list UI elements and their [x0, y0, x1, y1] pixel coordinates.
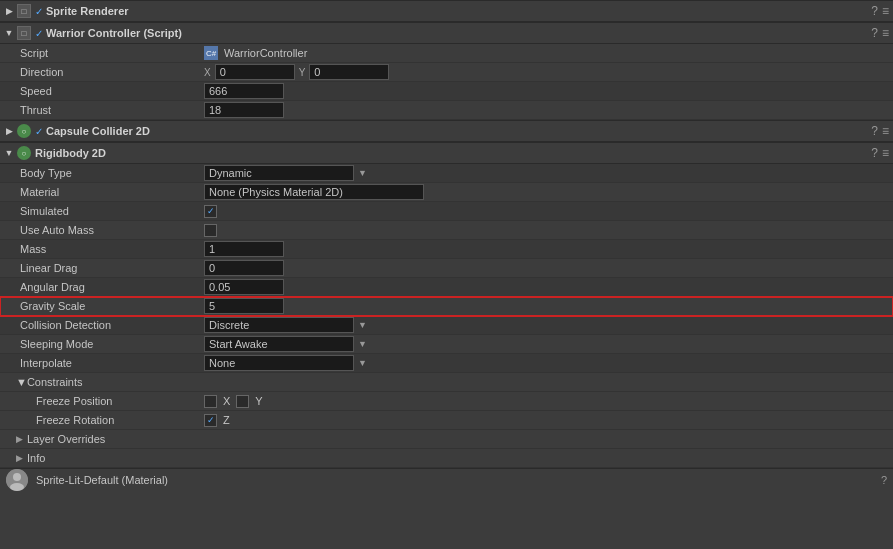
- warrior-arrow: ▼: [4, 28, 14, 38]
- sleeping-mode-row: Sleeping Mode Start Awake ▼: [0, 335, 893, 354]
- freeze-rot-z-checkbox[interactable]: ✓: [204, 414, 217, 427]
- help-icon-rb[interactable]: ?: [871, 146, 878, 160]
- sprite-renderer-check[interactable]: ✓: [35, 6, 43, 17]
- body-type-select[interactable]: Dynamic: [204, 165, 354, 181]
- use-auto-mass-checkbox[interactable]: [204, 224, 217, 237]
- linear-drag-value: 0: [200, 259, 893, 277]
- capsule-collider-header[interactable]: ▶ ○ ✓ Capsule Collider 2D ? ≡: [0, 120, 893, 142]
- freeze-rotation-row: Freeze Rotation ✓ Z: [0, 411, 893, 430]
- info-row[interactable]: ▶ Info: [0, 449, 893, 468]
- warrior-icon: □: [17, 26, 31, 40]
- material-input[interactable]: None (Physics Material 2D): [204, 184, 424, 200]
- direction-value: X 0 Y 0: [200, 63, 893, 81]
- freeze-pos-y-checkbox[interactable]: [236, 395, 249, 408]
- direction-row: Direction X 0 Y 0: [0, 63, 893, 82]
- sleeping-mode-value: Start Awake ▼: [200, 335, 893, 353]
- angular-drag-input[interactable]: 0.05: [204, 279, 284, 295]
- direction-y[interactable]: 0: [309, 64, 389, 80]
- collision-detection-value: Discrete ▼: [200, 316, 893, 334]
- script-file-icon: C#: [204, 46, 218, 60]
- mass-input[interactable]: 1: [204, 241, 284, 257]
- sprite-renderer-header[interactable]: ▶ □ ✓ Sprite Renderer ? ≡: [0, 0, 893, 22]
- mass-label: Mass: [0, 243, 200, 255]
- svg-point-1: [13, 473, 21, 481]
- speed-input[interactable]: 666: [204, 83, 284, 99]
- material-value: None (Physics Material 2D): [200, 183, 893, 201]
- info-label: Info: [27, 452, 45, 464]
- help-icon-warrior[interactable]: ?: [871, 26, 878, 40]
- mass-value: 1: [200, 240, 893, 258]
- collision-detection-row: Collision Detection Discrete ▼: [0, 316, 893, 335]
- rigidbody-header[interactable]: ▼ ○ Rigidbody 2D ? ≡: [0, 142, 893, 164]
- bottom-bar: Sprite-Lit-Default (Material) ?: [0, 468, 893, 491]
- collision-detection-select[interactable]: Discrete: [204, 317, 354, 333]
- gravity-scale-input[interactable]: 5: [204, 298, 284, 314]
- mass-row: Mass 1: [0, 240, 893, 259]
- freeze-rot-z-label: Z: [223, 414, 230, 426]
- simulated-row: Simulated ✓: [0, 202, 893, 221]
- freeze-rotation-label: Freeze Rotation: [0, 414, 200, 426]
- menu-icon-warrior[interactable]: ≡: [882, 26, 889, 40]
- body-type-label: Body Type: [0, 167, 200, 179]
- layer-overrides-label: Layer Overrides: [27, 433, 105, 445]
- material-label: Material: [0, 186, 200, 198]
- linear-drag-label: Linear Drag: [0, 262, 200, 274]
- avatar-icon: [6, 469, 28, 491]
- help-icon-capsule[interactable]: ?: [871, 124, 878, 138]
- menu-icon[interactable]: ≡: [882, 4, 889, 18]
- bottom-help-icon[interactable]: ?: [881, 474, 887, 486]
- angular-drag-label: Angular Drag: [0, 281, 200, 293]
- x-label: X: [204, 67, 211, 78]
- collision-detection-label: Collision Detection: [0, 319, 200, 331]
- thrust-row: Thrust 18: [0, 101, 893, 120]
- sleeping-mode-select[interactable]: Start Awake: [204, 336, 354, 352]
- menu-icon-rb[interactable]: ≡: [882, 146, 889, 160]
- interpolate-select[interactable]: None: [204, 355, 354, 371]
- help-icon[interactable]: ?: [871, 4, 878, 18]
- material-name: Sprite-Lit-Default (Material): [36, 474, 168, 486]
- thrust-input[interactable]: 18: [204, 102, 284, 118]
- thrust-label: Thrust: [0, 104, 200, 116]
- constraints-arrow: ▼: [16, 376, 27, 388]
- simulated-value: ✓: [200, 204, 893, 219]
- freeze-pos-x-checkbox[interactable]: [204, 395, 217, 408]
- sprite-renderer-icon: □: [17, 4, 31, 18]
- simulated-checkbox[interactable]: ✓: [204, 205, 217, 218]
- warrior-controller-header[interactable]: ▼ □ ✓ Warrior Controller (Script) ? ≡: [0, 22, 893, 44]
- warrior-check[interactable]: ✓: [35, 28, 43, 39]
- freeze-position-row: Freeze Position X Y: [0, 392, 893, 411]
- angular-drag-row: Angular Drag 0.05: [0, 278, 893, 297]
- info-arrow: ▶: [16, 453, 23, 463]
- menu-icon-capsule[interactable]: ≡: [882, 124, 889, 138]
- material-avatar: [6, 469, 28, 491]
- interpolate-value: None ▼: [200, 354, 893, 372]
- sprite-renderer-title: Sprite Renderer: [46, 5, 871, 17]
- material-row: Material None (Physics Material 2D): [0, 183, 893, 202]
- freeze-pos-x-label: X: [223, 395, 230, 407]
- freeze-position-label: Freeze Position: [0, 395, 200, 407]
- layer-overrides-row[interactable]: ▶ Layer Overrides: [0, 430, 893, 449]
- constraints-label: Constraints: [27, 376, 83, 388]
- rigidbody-title: Rigidbody 2D: [35, 147, 871, 159]
- gravity-scale-row: Gravity Scale 5: [0, 297, 893, 316]
- constraints-header[interactable]: ▼ Constraints: [0, 373, 893, 392]
- freeze-rotation-value: ✓ Z: [200, 413, 893, 428]
- capsule-check[interactable]: ✓: [35, 126, 43, 137]
- capsule-actions: ? ≡: [871, 124, 889, 138]
- linear-drag-row: Linear Drag 0: [0, 259, 893, 278]
- speed-label: Speed: [0, 85, 200, 97]
- rigidbody-arrow: ▼: [4, 148, 14, 158]
- simulated-label: Simulated: [0, 205, 200, 217]
- direction-x[interactable]: 0: [215, 64, 295, 80]
- freeze-pos-y-label: Y: [255, 395, 262, 407]
- gravity-scale-label: Gravity Scale: [0, 300, 200, 312]
- linear-drag-input[interactable]: 0: [204, 260, 284, 276]
- sleeping-mode-label: Sleeping Mode: [0, 338, 200, 350]
- capsule-icon: ○: [17, 124, 31, 138]
- collision-dropdown-icon: ▼: [358, 320, 367, 330]
- speed-row: Speed 666: [0, 82, 893, 101]
- freeze-position-value: X Y: [200, 394, 893, 409]
- y-label: Y: [299, 67, 306, 78]
- gravity-scale-value: 5: [200, 297, 893, 315]
- svg-point-2: [10, 483, 24, 491]
